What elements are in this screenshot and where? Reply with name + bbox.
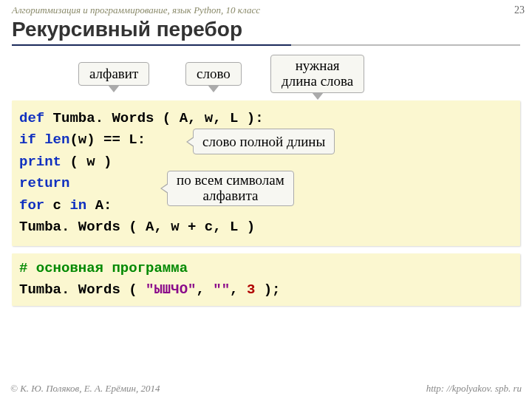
callout-alphabet: алфавит xyxy=(78,62,149,86)
page-number: 23 xyxy=(514,4,525,16)
footer-url: http: //kpolyakov. spb. ru xyxy=(426,383,522,395)
callout-word: слово xyxy=(185,62,242,86)
code-block-main: # основная программа Tumba. Words ( "ЫШЧ… xyxy=(12,253,520,306)
annot-full-length: слово полной длины xyxy=(193,129,335,154)
callout-length-line1: нужная xyxy=(296,58,340,73)
code-line: print ( w ) xyxy=(19,151,516,173)
callout-length-line2: длина слова xyxy=(282,73,353,89)
callout-word-text: слово xyxy=(197,66,231,81)
param-labels-row: алфавит слово нужная длина слова xyxy=(12,53,520,98)
annot-all-symbols: по всем символам алфавита xyxy=(167,171,294,206)
breadcrumb: Алгоритмизация и программирование, язык … xyxy=(12,4,520,16)
title-divider xyxy=(12,44,520,46)
code-line: # основная программа xyxy=(19,258,516,279)
page-title: Рекурсивный перебор xyxy=(12,18,520,41)
code-line: def Tumba. Words ( A, w, L ): xyxy=(19,108,516,129)
footer-copyright: © К. Ю. Поляков, Е. А. Ерёмин, 2014 xyxy=(10,383,160,395)
annot-all-symbols-line2: алфавита xyxy=(202,188,258,203)
code-line: Tumba. Words ( "ЫШЧО", "", 3 ); xyxy=(19,279,516,301)
code-block-function: def Tumba. Words ( A, w, L ): if len(w) … xyxy=(12,100,520,246)
callout-alphabet-text: алфавит xyxy=(89,66,138,81)
annot-all-symbols-line1: по всем символам xyxy=(177,172,284,188)
callout-length: нужная длина слова xyxy=(270,55,364,93)
footer: © К. Ю. Поляков, Е. А. Ерёмин, 2014 http… xyxy=(0,383,532,395)
annot-full-length-text: слово полной длины xyxy=(202,134,325,149)
code-line: Tumba. Words ( A, w + c, L ) xyxy=(19,216,516,238)
